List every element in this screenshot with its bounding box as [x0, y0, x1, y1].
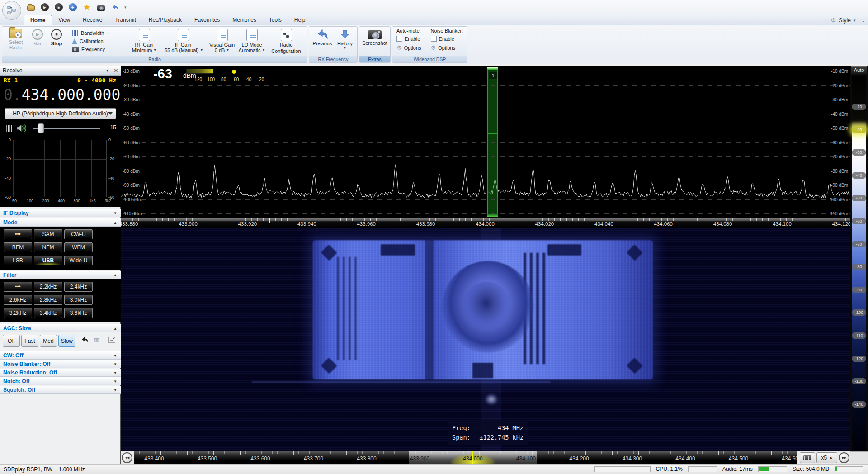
qat-more-icon[interactable]: ▾: [124, 5, 127, 9]
scale-tick--80[interactable]: -80: [852, 264, 866, 270]
mode-button-bfm[interactable]: BFM: [4, 242, 32, 252]
agc-button-med[interactable]: Med: [40, 335, 57, 347]
screenshot-camera-icon[interactable]: [96, 3, 105, 12]
scale-tick--100[interactable]: -100: [852, 309, 866, 316]
volume-slider-thumb[interactable]: [38, 123, 44, 133]
ribbon-collapse-icon[interactable]: ⌄: [862, 18, 865, 23]
collapse-arrow-icon[interactable]: ▼: [113, 360, 117, 368]
scale-tick--70[interactable]: -70: [852, 241, 866, 247]
frequency-display[interactable]: 0.434.000.000: [4, 85, 119, 105]
scale-tick--20[interactable]: -20: [852, 127, 866, 133]
tab-favourites[interactable]: Favourites: [188, 15, 226, 25]
mode-button-usb[interactable]: USB: [34, 256, 62, 265]
section-squelch[interactable]: Squelch: Off▼: [0, 386, 121, 394]
collapse-arrow-icon[interactable]: ▼: [113, 378, 117, 385]
section-if-display[interactable]: IF Display ▼: [0, 209, 121, 217]
spectrum-display[interactable]: -63 dBm 1 -10 dBm-10 dBm-20 dBm-20 dBm-3…: [121, 66, 850, 218]
filter-button-2.6khz[interactable]: 2.6kHz: [4, 295, 32, 305]
scroll-left-button[interactable]: ◀◀: [122, 452, 132, 463]
collapse-arrow-icon[interactable]: ▲: [113, 325, 117, 332]
undo-icon[interactable]: [110, 3, 119, 12]
waterfall-display[interactable]: Freq:434 MHz Span:±122.745 kHz: [121, 228, 850, 451]
frequency-band[interactable]: 433.400433.500433.600433.700433.800433.9…: [134, 451, 797, 464]
filter-button-2.8khz[interactable]: 2.8kHz: [34, 295, 62, 305]
section-notch[interactable]: Notch: Off▼: [0, 377, 121, 385]
style-dropdown-icon[interactable]: ▾: [854, 18, 856, 23]
section-noise-reduction[interactable]: Noise Reduction: Off▼: [0, 369, 121, 377]
open-folder-icon[interactable]: [26, 3, 35, 12]
collapse-arrow-icon[interactable]: ▼: [113, 369, 117, 377]
bandwidth-button[interactable]: Bandwidth ▼: [72, 29, 123, 37]
scale-tick--40[interactable]: -40: [852, 172, 866, 179]
scale-tick--30[interactable]: -30: [852, 149, 866, 156]
receive-panel-header[interactable]: Receive ▼ ✕: [0, 66, 121, 76]
frequency-button[interactable]: Frequency: [72, 45, 123, 53]
style-gear-icon[interactable]: ⚙: [831, 17, 836, 23]
section-filter[interactable]: Filter ▲: [0, 271, 121, 279]
collapse-arrow-icon[interactable]: ▼: [113, 209, 117, 217]
stop-button[interactable]: ■ Stop: [47, 28, 66, 55]
favourite-star-icon[interactable]: ★: [82, 3, 91, 12]
collapse-arrow-icon[interactable]: ▲: [113, 219, 117, 227]
agc-button-fast[interactable]: Fast: [21, 335, 38, 347]
filter-button-2.4khz[interactable]: 2.4kHz: [64, 282, 93, 292]
radio-configuration-button[interactable]: Radio Configuration: [267, 28, 306, 55]
audio-device-select[interactable]: HP (Périphérique High Definition Audio): [5, 108, 116, 119]
collapse-arrow-icon[interactable]: ▼: [113, 352, 117, 360]
previous-button[interactable]: Previous: [311, 28, 334, 55]
tab-receive[interactable]: Receive: [76, 15, 108, 25]
scale-tick--60[interactable]: -60: [852, 218, 866, 224]
tab-tools[interactable]: Tools: [263, 15, 288, 25]
auto-mute-options[interactable]: ⚙ Options: [396, 44, 421, 52]
noise-blanker-enable[interactable]: Enable: [431, 35, 463, 43]
tab-help[interactable]: Help: [288, 15, 312, 25]
mode-button-[interactable]: •••: [4, 229, 32, 239]
scale-tick--90[interactable]: -90: [852, 287, 866, 293]
collapse-arrow-icon[interactable]: ▲: [113, 271, 117, 279]
agc-button-slow[interactable]: Slow: [58, 335, 75, 347]
calibration-button[interactable]: Calibration: [72, 37, 123, 45]
scale-tick--120[interactable]: -120: [852, 356, 866, 362]
panel-close-icon[interactable]: ✕: [114, 66, 118, 75]
start-button[interactable]: ▶ Start: [28, 28, 47, 55]
mode-button-sam[interactable]: SAM: [34, 229, 62, 239]
style-label[interactable]: Style: [839, 17, 851, 24]
mode-button-lsb[interactable]: LSB: [4, 256, 32, 265]
graph-icon[interactable]: [108, 336, 116, 345]
tab-view[interactable]: View: [52, 15, 76, 25]
filter-button-3.2khz[interactable]: 3.2kHz: [4, 308, 32, 318]
zoom-button[interactable]: x5 ▸: [816, 452, 837, 463]
play-icon[interactable]: ▶: [40, 3, 49, 12]
filter-button-[interactable]: •••: [4, 282, 32, 292]
frequency-axis[interactable]: 433.880433.900433.920433.940433.960433.9…: [121, 218, 850, 228]
screenshot-button[interactable]: Screenshot: [361, 28, 389, 55]
section-agc[interactable]: AGC: Slow ▲: [0, 324, 121, 332]
section-mode[interactable]: Mode ▲: [0, 218, 121, 227]
filter-button-3.0khz[interactable]: 3.0kHz: [64, 295, 93, 305]
tab-home[interactable]: Home: [24, 15, 52, 25]
add-icon[interactable]: ✚: [68, 3, 77, 12]
noise-blanker-enable-checkbox[interactable]: [431, 36, 437, 42]
scroll-right-button[interactable]: ▶▶: [839, 452, 849, 463]
mode-button-nfm[interactable]: NFM: [34, 242, 62, 252]
stop-icon[interactable]: ■: [54, 3, 63, 12]
equalizer-icon[interactable]: [5, 125, 13, 132]
auto-mute-enable[interactable]: Enable: [396, 35, 421, 43]
tab-transmit[interactable]: Transmit: [109, 15, 142, 25]
agc-button-off[interactable]: Off: [3, 335, 20, 347]
section-noise-blanker[interactable]: Noise Blanker: Off▼: [0, 360, 121, 368]
tab-memories[interactable]: Memories: [226, 15, 263, 25]
if-gain-button[interactable]: IF Gain -55 dB (Manual)▼: [159, 28, 207, 55]
filter-button-3.6khz[interactable]: 3.6kHz: [64, 308, 93, 318]
auto-mute-enable-checkbox[interactable]: [396, 36, 402, 42]
mail-icon[interactable]: ✉: [94, 336, 100, 344]
visual-gain-button[interactable]: Visual Gain 0 dB▼: [207, 28, 237, 55]
scale-tick--140[interactable]: -140: [852, 401, 866, 408]
mode-button-wideu[interactable]: Wide-U: [64, 256, 93, 265]
mode-button-wfm[interactable]: WFM: [64, 242, 93, 252]
history-button[interactable]: History ▼: [334, 28, 356, 55]
keyboard-entry-button[interactable]: [800, 452, 815, 463]
scale-tick--50[interactable]: -50: [852, 195, 866, 201]
speaker-icon[interactable]: [16, 124, 26, 134]
app-menu-button[interactable]: [2, 1, 21, 20]
